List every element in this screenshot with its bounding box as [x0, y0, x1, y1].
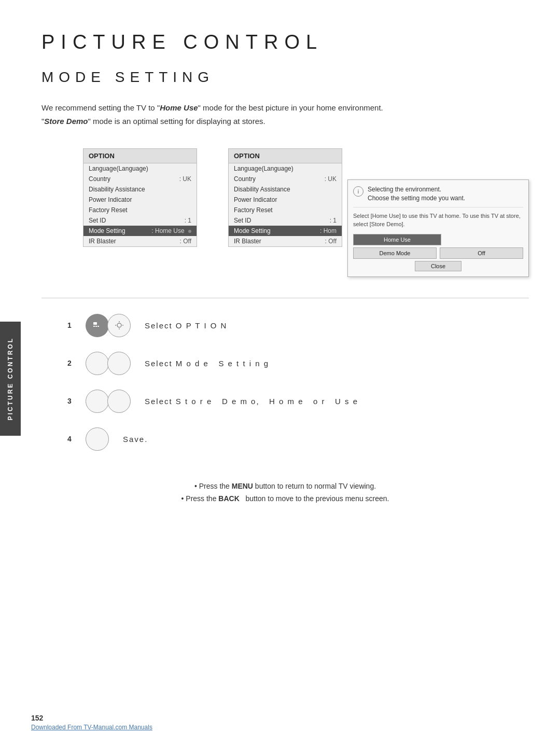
- popup-header-text: Selecting the environment. Choose the se…: [368, 185, 465, 203]
- step-2-row: 2 Select M o d e S e t t i n g: [67, 352, 529, 375]
- step-1-btn1[interactable]: [86, 314, 109, 337]
- notes-area: • Press the MENU button to return to nor…: [41, 482, 529, 503]
- info-icon: i: [353, 186, 363, 197]
- home-use-button[interactable]: Home Use: [353, 234, 441, 245]
- popup-home-row: Home Use: [353, 234, 523, 245]
- menu-left-row-4: Factory Reset: [83, 205, 197, 215]
- option-menu-right: OPTION Language(Language) Country: UK Di…: [228, 148, 342, 247]
- popup-dialog: i Selecting the environment. Choose the …: [347, 179, 529, 277]
- menu-right-row-1: Country: UK: [229, 174, 342, 184]
- intro-line1: We recommend setting the TV to "Home Use…: [41, 101, 529, 115]
- menu-right-row-7: IR Blaster: Off: [229, 236, 342, 246]
- step-3-btn1[interactable]: [86, 390, 109, 413]
- menus-area: OPTION Language(Language) Country: UK Di…: [83, 148, 529, 277]
- popup-header: i Selecting the environment. Choose the …: [353, 185, 523, 208]
- step-2-btn2[interactable]: [107, 352, 131, 375]
- section-divider: [41, 298, 529, 298]
- step-4-row: 4 Save.: [67, 427, 529, 451]
- step-1-row: 1: [67, 314, 529, 337]
- main-title: PICTURE CONTROL: [41, 31, 529, 53]
- menu-right-row-6: Mode Setting : Hom: [229, 226, 342, 236]
- intro-prefix1: We recommend setting the TV to ": [41, 103, 160, 112]
- svg-point-4: [117, 323, 121, 327]
- svg-rect-2: [95, 326, 97, 327]
- intro-suffix1: " mode for the best picture in your home…: [198, 103, 383, 112]
- menu-left-row-7: IR Blaster: Off: [83, 236, 197, 246]
- menu-right-title: OPTION: [229, 149, 342, 163]
- step-3-row: 3 Select S t o r e D e m o, H o m e o r …: [67, 390, 529, 413]
- menu-right-with-popup: OPTION Language(Language) Country: UK Di…: [228, 148, 529, 277]
- svg-rect-1: [93, 326, 95, 327]
- popup-header1: Selecting the environment.: [368, 185, 465, 194]
- menu-left-title: OPTION: [83, 149, 197, 163]
- note-2: • Press the BACK button to move to the p…: [41, 494, 529, 503]
- step-4-circles: [86, 427, 105, 451]
- menu-right-row-4: Factory Reset: [229, 205, 342, 215]
- note-1: • Press the MENU button to return to nor…: [41, 482, 529, 490]
- intro-line2: "Store Demo" mode is an optimal setting …: [41, 115, 529, 128]
- step-4-text: Save.: [123, 435, 148, 444]
- menu-right-row-0: Language(Language): [229, 163, 342, 174]
- steps-area: 1: [67, 314, 529, 451]
- demo-mode-button[interactable]: Demo Mode: [353, 247, 437, 259]
- menu-right-row-2: Disability Assistance: [229, 184, 342, 195]
- menu-right-row-3: Power Indicator: [229, 195, 342, 205]
- side-label-text: PICTURE CONTROL: [7, 337, 14, 420]
- step-2-circles: [86, 352, 127, 375]
- step-3-circles: [86, 390, 127, 413]
- svg-rect-0: [93, 322, 97, 325]
- menu-left-row-3: Power Indicator: [83, 195, 197, 205]
- step-1-circles: [86, 314, 127, 337]
- popup-description: Select [Home Use] to use this TV at home…: [353, 212, 523, 229]
- step-1-number: 1: [67, 321, 75, 329]
- footer: 152 Downloaded From TV-Manual.com Manual…: [31, 714, 529, 731]
- popup-close-row: Close: [353, 261, 523, 271]
- step-1-btn2[interactable]: [107, 314, 131, 337]
- step-1-text: Select O P T I O N: [145, 321, 227, 330]
- step-3-btn2[interactable]: [107, 390, 131, 413]
- option-menu-left: OPTION Language(Language) Country: UK Di…: [83, 148, 197, 247]
- menu-left: OPTION Language(Language) Country: UK Di…: [83, 148, 197, 277]
- menu-left-row-0: Language(Language): [83, 163, 197, 174]
- step-3-text: Select S t o r e D e m o, H o m e o r U …: [145, 397, 358, 406]
- popup-header2: Choose the setting mode you want.: [368, 194, 465, 203]
- side-label: PICTURE CONTROL: [0, 322, 21, 436]
- section-title: MODE SETTING: [41, 69, 529, 86]
- step-2-text: Select M o d e S e t t i n g: [145, 359, 269, 368]
- step-3-number: 3: [67, 397, 75, 405]
- page-number: 152: [31, 714, 529, 722]
- step-4-number: 4: [67, 435, 75, 443]
- intro-suffix2: " mode is an optimal setting for display…: [88, 117, 265, 126]
- footer-link[interactable]: Downloaded From TV-Manual.com Manuals: [31, 724, 152, 731]
- intro-text: We recommend setting the TV to "Home Use…: [41, 101, 529, 128]
- step-2-btn1[interactable]: [86, 352, 109, 375]
- menu-left-row-2: Disability Assistance: [83, 184, 197, 195]
- menu-left-row-6: Mode Setting : Home Use: [83, 226, 197, 236]
- menu-left-row-1: Country: UK: [83, 174, 197, 184]
- demo-mode-value[interactable]: Off: [440, 247, 523, 259]
- step-2-number: 2: [67, 359, 75, 367]
- page-container: PICTURE CONTROL PICTURE CONTROL MODE SET…: [0, 0, 560, 747]
- popup-demo-row: Demo Mode Off: [353, 247, 523, 259]
- close-button[interactable]: Close: [415, 261, 461, 271]
- svg-rect-3: [97, 326, 99, 327]
- intro-highlight1: Home Use: [160, 103, 198, 112]
- step-4-btn1[interactable]: [86, 427, 109, 451]
- menu-right-row-5: Set ID: 1: [229, 215, 342, 226]
- menu-left-row-5: Set ID: 1: [83, 215, 197, 226]
- intro-highlight2: Store Demo: [44, 117, 88, 126]
